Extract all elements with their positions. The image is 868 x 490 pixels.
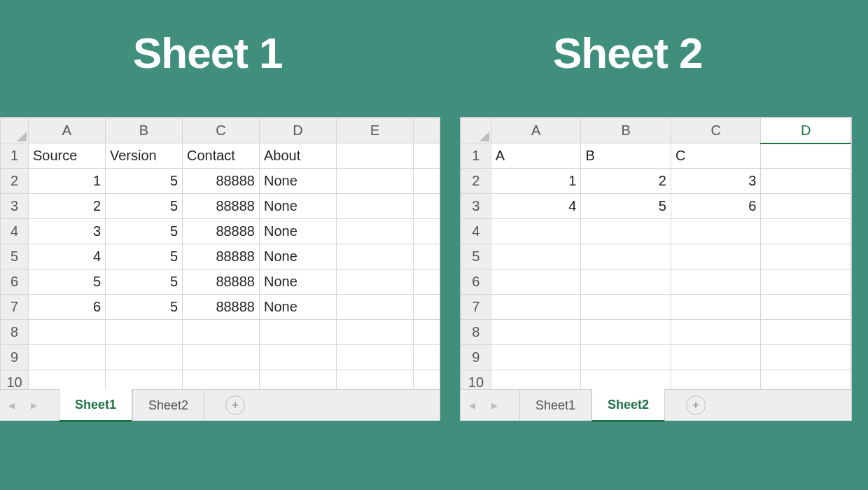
row-header[interactable]: 4 <box>1 219 29 244</box>
cell[interactable]: 5 <box>106 169 183 194</box>
row-header[interactable]: 10 <box>1 370 29 390</box>
cell[interactable]: 3 <box>671 169 761 194</box>
cell[interactable] <box>337 345 414 370</box>
cell[interactable]: 6 <box>29 295 106 320</box>
cell[interactable]: B <box>581 144 671 169</box>
column-header[interactable]: D <box>761 118 851 144</box>
cell[interactable] <box>29 345 106 370</box>
cell[interactable]: None <box>260 244 337 270</box>
cell[interactable] <box>671 270 761 295</box>
select-all-corner[interactable] <box>1 118 29 144</box>
worksheet-grid-2[interactable]: ABCD1ABC2123345645678910 <box>461 118 851 389</box>
row-header[interactable]: 9 <box>461 345 491 370</box>
cell[interactable] <box>761 144 851 169</box>
cell[interactable]: None <box>260 219 337 244</box>
cell[interactable] <box>414 144 440 169</box>
column-header[interactable]: A <box>491 118 581 144</box>
cell[interactable] <box>671 370 761 390</box>
nav-prev-icon[interactable]: ◂ <box>461 398 483 413</box>
cell[interactable] <box>414 295 440 320</box>
cell[interactable] <box>337 169 414 194</box>
cell[interactable] <box>337 270 414 295</box>
cell[interactable] <box>581 320 671 345</box>
row-header[interactable]: 6 <box>1 270 29 295</box>
cell[interactable] <box>761 169 851 194</box>
cell[interactable] <box>671 219 761 244</box>
cell[interactable]: 88888 <box>183 194 260 219</box>
column-header[interactable] <box>414 118 440 144</box>
cell[interactable] <box>414 169 440 194</box>
add-sheet-button[interactable]: + <box>225 396 245 415</box>
cell[interactable]: 88888 <box>183 169 260 194</box>
cell[interactable]: 5 <box>106 295 183 320</box>
cell[interactable] <box>581 219 671 244</box>
cell[interactable] <box>183 370 260 390</box>
cell[interactable] <box>414 270 440 295</box>
cell[interactable] <box>414 194 440 219</box>
cell[interactable] <box>581 345 671 370</box>
row-header[interactable]: 2 <box>1 169 29 194</box>
nav-next-icon[interactable]: ▸ <box>483 398 505 413</box>
cell[interactable]: None <box>260 194 337 219</box>
cell[interactable] <box>671 244 761 270</box>
cell[interactable]: A <box>491 144 581 169</box>
cell[interactable] <box>183 345 260 370</box>
cell[interactable] <box>761 370 851 390</box>
cell[interactable]: 3 <box>29 219 106 244</box>
cell[interactable] <box>761 345 851 370</box>
cell[interactable]: 4 <box>491 194 581 219</box>
cell[interactable] <box>761 295 851 320</box>
cell[interactable] <box>414 219 440 244</box>
cell[interactable] <box>414 345 440 370</box>
cell[interactable]: 5 <box>106 194 183 219</box>
tab-sheet1[interactable]: Sheet1 <box>59 389 132 422</box>
cell[interactable] <box>671 295 761 320</box>
cell[interactable]: 1 <box>29 169 106 194</box>
cell[interactable] <box>106 320 183 345</box>
cell[interactable]: 6 <box>671 194 761 219</box>
row-header[interactable]: 5 <box>1 244 29 270</box>
tab-sheet2[interactable]: Sheet2 <box>132 390 204 421</box>
cell[interactable] <box>260 345 337 370</box>
cell[interactable] <box>414 370 440 390</box>
cell[interactable] <box>671 345 761 370</box>
cell[interactable] <box>491 219 581 244</box>
nav-prev-icon[interactable]: ◂ <box>0 398 22 413</box>
row-header[interactable]: 4 <box>461 219 491 244</box>
row-header[interactable]: 3 <box>461 194 491 219</box>
cell[interactable] <box>581 244 671 270</box>
cell[interactable] <box>337 194 414 219</box>
cell[interactable] <box>491 270 581 295</box>
cell[interactable]: Contact <box>183 144 260 169</box>
cell[interactable]: 88888 <box>183 219 260 244</box>
cell[interactable]: 5 <box>29 270 106 295</box>
row-header[interactable]: 6 <box>461 270 491 295</box>
cell[interactable] <box>260 320 337 345</box>
column-header[interactable]: A <box>29 118 106 144</box>
cell[interactable] <box>761 219 851 244</box>
cell[interactable] <box>337 244 414 270</box>
row-header[interactable]: 7 <box>1 295 29 320</box>
cell[interactable] <box>671 320 761 345</box>
cell[interactable] <box>491 345 581 370</box>
cell[interactable] <box>337 144 414 169</box>
cell[interactable]: 5 <box>581 194 671 219</box>
cell[interactable] <box>183 320 260 345</box>
cell[interactable] <box>414 244 440 270</box>
cell[interactable]: 4 <box>29 244 106 270</box>
cell[interactable] <box>337 370 414 390</box>
row-header[interactable]: 1 <box>461 144 491 169</box>
cell[interactable]: 88888 <box>183 295 260 320</box>
cell[interactable] <box>106 345 183 370</box>
cell[interactable]: None <box>260 270 337 295</box>
cell[interactable] <box>29 370 106 390</box>
nav-next-icon[interactable]: ▸ <box>22 398 45 413</box>
cell[interactable] <box>414 320 440 345</box>
cell[interactable]: 88888 <box>183 270 260 295</box>
cell[interactable] <box>581 270 671 295</box>
cell[interactable] <box>337 219 414 244</box>
cell[interactable] <box>761 270 851 295</box>
cell[interactable] <box>337 295 414 320</box>
row-header[interactable]: 2 <box>461 169 491 194</box>
tab-sheet1[interactable]: Sheet1 <box>519 390 592 421</box>
